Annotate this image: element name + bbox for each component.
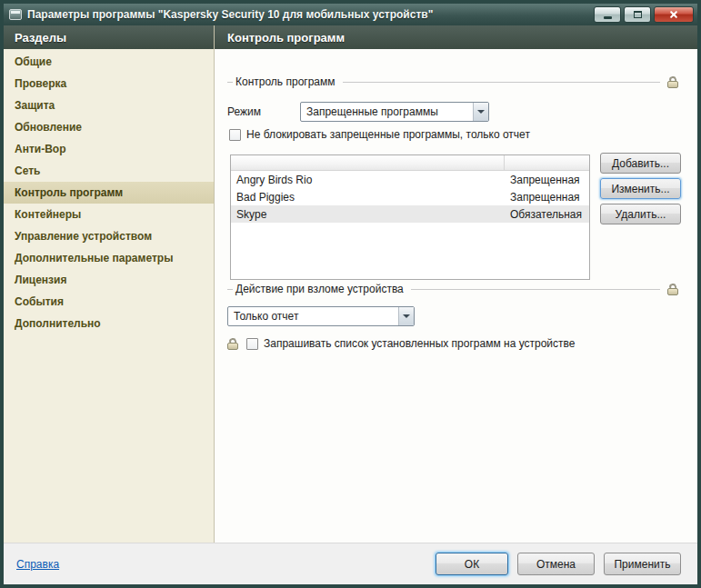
group-app-control-label: Контроль программ [235,75,335,88]
cancel-button[interactable]: Отмена [517,553,595,575]
separator-line [411,289,660,290]
group-breach-label: Действие при взломе устройства [235,283,404,295]
close-button[interactable] [654,6,694,23]
sidebar-item-scan[interactable]: Проверка [4,73,214,95]
help-link[interactable]: Справка [16,558,59,571]
separator-line [343,82,660,83]
sidebar-item-network[interactable]: Сеть [4,160,214,182]
main-panel: Контроль программ Контроль программ Режи… [215,25,697,543]
sidebar-item-protection[interactable]: Защита [4,95,214,116]
policy-lock-icon[interactable] [667,284,681,295]
sidebar-item-anti-theft[interactable]: Анти-Вор [4,138,214,160]
apply-button[interactable]: Применить [604,553,681,575]
ok-button[interactable]: ОК [436,553,508,575]
edit-button[interactable]: Изменить... [600,178,681,199]
minimize-button[interactable] [594,6,621,23]
sidebar-item-general[interactable]: Общие [4,51,214,73]
sidebar-item-events[interactable]: События [4,291,214,313]
app-list-table[interactable]: Angry Birds Rio Запрещенная Bad Piggies … [230,154,590,280]
report-only-checkbox-row: Не блокировать запрещенные программы, то… [229,127,530,142]
app-status-cell: Запрещенная [505,174,589,186]
request-list-row: Запрашивать список установленных програм… [227,336,575,351]
app-name-cell: Skype [231,208,505,221]
chevron-down-icon [403,314,410,318]
request-list-checkbox-label[interactable]: Запрашивать список установленных програм… [264,337,575,350]
sidebar-item-device-management[interactable]: Управление устройством [4,225,214,247]
table-row[interactable]: Bad Piggies Запрещенная [231,188,589,205]
table-row[interactable]: Angry Birds Rio Запрещенная [231,171,589,188]
request-list-checkbox[interactable] [246,338,258,350]
breach-action-dropdown-value: Только отчет [228,307,398,325]
page-title: Контроль программ [215,25,697,49]
lock-body [227,343,238,350]
chevron-down-icon [477,110,485,114]
close-icon [669,10,678,19]
delete-button[interactable]: Удалить... [600,204,681,224]
lock-body [667,288,678,295]
settings-window: Параметры программы "Kaspersky Security … [0,0,701,588]
group-breach-separator: Действие при взломе устройства [227,280,681,298]
minimize-icon [604,16,612,19]
policy-lock-icon[interactable] [227,338,241,350]
mode-dropdown[interactable]: Запрещенные программы [300,102,489,122]
sidebar-item-app-control[interactable]: Контроль программ [4,182,214,204]
maximize-button[interactable] [624,6,651,23]
separator-tick [227,82,233,83]
footer-bar: Справка ОК Отмена Применить [4,543,697,584]
dropdown-arrow-button[interactable] [398,307,414,325]
table-row[interactable]: Skype Обязательная [231,205,589,223]
maximize-icon [634,11,642,18]
breach-action-dropdown[interactable]: Только отчет [227,306,415,326]
titlebar[interactable]: Параметры программы "Kaspersky Security … [4,4,697,25]
sidebar-item-additional-parameters[interactable]: Дополнительные параметры [4,247,214,269]
window-title: Параметры программы "Kaspersky Security … [27,8,591,21]
table-header [231,155,589,171]
sidebar-item-update[interactable]: Обновление [4,116,214,138]
sidebar-item-advanced[interactable]: Дополнительно [4,313,214,334]
group-app-control-separator: Контроль программ [227,73,681,91]
app-name-cell: Angry Birds Rio [231,174,505,186]
report-only-checkbox[interactable] [229,129,241,141]
sidebar-items: Общие Проверка Защита Обновление Анти-Во… [4,49,214,334]
app-name-cell: Bad Piggies [231,191,505,204]
report-only-checkbox-label[interactable]: Не блокировать запрещенные программы, то… [246,128,530,141]
table-header-status-column[interactable] [505,155,589,170]
main-content: Контроль программ Режим Запрещенные прог… [215,49,697,543]
mode-label: Режим [227,102,261,122]
app-status-cell: Обязательная [505,208,589,221]
window-icon [9,9,22,20]
sidebar-item-containers[interactable]: Контейнеры [4,204,214,225]
window-controls [591,6,694,23]
sidebar-header: Разделы [4,25,214,49]
policy-lock-icon[interactable] [667,76,681,88]
separator-tick [227,289,233,290]
table-header-name-column[interactable] [231,155,505,170]
dropdown-arrow-button[interactable] [473,103,488,121]
mode-dropdown-value: Запрещенные программы [301,103,473,121]
sidebar-item-license[interactable]: Лицензия [4,269,214,291]
add-button[interactable]: Добавить... [600,153,681,174]
app-status-cell: Запрещенная [505,191,589,204]
sidebar: Разделы Общие Проверка Защита Обновление… [4,25,215,543]
lock-body [667,81,678,88]
